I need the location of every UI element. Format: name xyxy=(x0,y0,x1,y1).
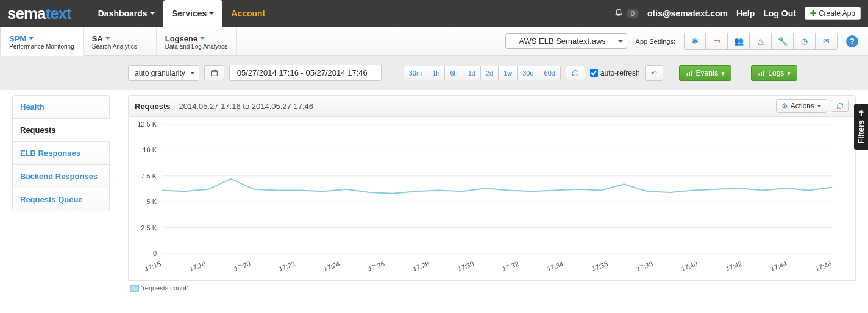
chart-panel: Requests - 2014.05.27 17:16 to 2014.05.2… xyxy=(128,95,856,295)
svg-text:17:38: 17:38 xyxy=(635,260,653,273)
caret-icon xyxy=(817,105,822,107)
svg-rect-2 xyxy=(689,72,690,76)
svg-text:0: 0 xyxy=(153,250,157,257)
bell-icon xyxy=(614,9,623,19)
sidemenu-health[interactable]: Health xyxy=(12,95,110,119)
svg-text:17:18: 17:18 xyxy=(188,260,207,273)
sidemenu-requests[interactable]: Requests xyxy=(12,118,110,142)
auto-refresh-checkbox[interactable] xyxy=(590,69,598,77)
nav-logout[interactable]: Log Out xyxy=(763,9,796,18)
caret-icon xyxy=(29,37,34,40)
chevron-down-icon: ▾ xyxy=(721,69,725,77)
svg-rect-4 xyxy=(759,73,760,76)
events-button[interactable]: Events ▾ xyxy=(679,65,732,81)
caret-icon xyxy=(105,37,110,40)
settings-mail-icon[interactable]: ✉ xyxy=(816,33,838,50)
sidemenu-requests-queue[interactable]: Requests Queue xyxy=(12,188,110,211)
requests-chart: 02.5 K5 K7.5 K10 K12.5 K17:1617:1817:201… xyxy=(131,119,838,278)
nav-dashboards[interactable]: Dashboards xyxy=(90,1,163,26)
svg-text:17:34: 17:34 xyxy=(546,260,564,273)
caret-icon xyxy=(200,37,205,40)
settings-users-icon[interactable]: 👥 xyxy=(728,33,750,50)
svg-text:17:42: 17:42 xyxy=(725,260,743,273)
top-nav: sematext Dashboards Services Account 0 o… xyxy=(0,0,868,27)
chart-refresh-button[interactable] xyxy=(831,100,849,112)
logo-sema: sema xyxy=(7,4,46,23)
chart-header: Requests - 2014.05.27 17:16 to 2014.05.2… xyxy=(128,95,856,117)
service-logsene[interactable]: Logsene Data and Log Analytics xyxy=(157,27,237,55)
caret-icon xyxy=(150,12,155,15)
legend-swatch xyxy=(130,285,139,292)
range-1d[interactable]: 1d xyxy=(463,66,481,80)
quick-range-row: 30m 1h 6h 1d 2d 1w 30d 60d xyxy=(404,66,561,80)
user-email[interactable]: otis@sematext.com xyxy=(647,9,728,18)
filters-tab[interactable]: Filters ➜ xyxy=(854,104,868,150)
side-menu: Health Requests ELB Responses Backend Re… xyxy=(12,95,110,211)
nav-account[interactable]: Account xyxy=(222,1,274,26)
chart-title: Requests xyxy=(135,102,171,111)
auto-refresh-toggle[interactable]: auto-refresh xyxy=(590,69,640,77)
notifications[interactable]: 0 xyxy=(614,9,639,19)
main-area: Health Requests ELB Responses Backend Re… xyxy=(0,90,868,308)
calendar-button[interactable] xyxy=(204,65,224,80)
app-settings-label: App Settings: xyxy=(636,38,675,45)
svg-text:17:44: 17:44 xyxy=(769,260,788,273)
service-sa[interactable]: SA Search Analytics xyxy=(84,27,157,55)
svg-rect-0 xyxy=(211,71,217,76)
nav-help[interactable]: Help xyxy=(736,9,755,18)
settings-bell-icon[interactable]: △ xyxy=(750,33,772,50)
logo[interactable]: sematext xyxy=(7,4,71,23)
range-60d[interactable]: 60d xyxy=(539,66,561,80)
settings-gauge-icon[interactable]: ◷ xyxy=(794,33,816,50)
refresh-button[interactable] xyxy=(566,66,585,80)
chart-legend: 'requests count' xyxy=(128,281,856,295)
svg-text:17:16: 17:16 xyxy=(144,260,162,273)
sidemenu-elb-responses[interactable]: ELB Responses xyxy=(12,141,110,165)
settings-wrench-icon[interactable]: 🔧 xyxy=(772,33,794,50)
svg-text:2.5 K: 2.5 K xyxy=(141,224,157,231)
arrow-left-icon: ➜ xyxy=(856,110,866,116)
svg-text:5 K: 5 K xyxy=(146,198,157,205)
notif-count: 0 xyxy=(627,9,639,18)
chart-actions-button[interactable]: ⚙ Actions xyxy=(776,99,827,113)
range-30m[interactable]: 30m xyxy=(404,66,427,80)
range-30d[interactable]: 30d xyxy=(518,66,539,80)
svg-text:17:46: 17:46 xyxy=(814,260,833,273)
svg-rect-5 xyxy=(761,72,762,76)
undo-button[interactable]: ↶ xyxy=(645,65,663,81)
granularity-dropdown[interactable]: auto granularity xyxy=(128,65,199,81)
chart-body: 02.5 K5 K7.5 K10 K12.5 K17:1617:1817:201… xyxy=(128,117,856,281)
plus-icon: ✚ xyxy=(810,9,816,18)
svg-text:17:36: 17:36 xyxy=(591,260,609,273)
chevron-down-icon: ▾ xyxy=(787,69,791,77)
svg-text:17:28: 17:28 xyxy=(412,260,430,273)
svg-rect-6 xyxy=(763,71,764,76)
svg-text:10 K: 10 K xyxy=(143,146,157,153)
range-1w[interactable]: 1w xyxy=(499,66,518,80)
svg-text:17:26: 17:26 xyxy=(367,260,385,273)
date-range-display[interactable]: 05/27/2014 17:16 - 05/27/2014 17:46 xyxy=(229,65,382,81)
range-6h[interactable]: 6h xyxy=(445,66,463,80)
caret-icon xyxy=(209,12,214,15)
help-icon[interactable]: ? xyxy=(846,35,858,47)
create-app-button[interactable]: ✚Create App xyxy=(805,7,861,20)
range-1h[interactable]: 1h xyxy=(427,66,445,80)
chart-subtitle: - 2014.05.27 17:16 to 2014.05.27 17:46 xyxy=(174,102,313,111)
gears-icon: ⚙ xyxy=(781,102,788,110)
service-spm[interactable]: SPM Performance Monitoring xyxy=(0,27,84,56)
nav-services[interactable]: Services xyxy=(163,0,223,27)
range-2d[interactable]: 2d xyxy=(481,66,499,80)
svg-text:7.5 K: 7.5 K xyxy=(141,172,157,180)
settings-card-icon[interactable]: ▭ xyxy=(706,33,728,50)
app-selector[interactable]: AWS ELB Sematext.aws xyxy=(505,33,627,49)
legend-label: 'requests count' xyxy=(141,284,188,292)
service-nav: SPM Performance Monitoring SA Search Ana… xyxy=(0,27,868,56)
svg-text:17:40: 17:40 xyxy=(680,260,699,273)
app-settings-icons: ✱ ▭ 👥 △ 🔧 ◷ ✉ xyxy=(684,33,838,50)
svg-text:17:24: 17:24 xyxy=(322,260,341,273)
sidemenu-backend-responses[interactable]: Backend Responses xyxy=(12,164,110,188)
svg-rect-3 xyxy=(691,71,692,76)
settings-gear-icon[interactable]: ✱ xyxy=(684,33,706,50)
logs-button[interactable]: Logs ▾ xyxy=(751,65,797,81)
svg-text:17:20: 17:20 xyxy=(233,260,251,273)
